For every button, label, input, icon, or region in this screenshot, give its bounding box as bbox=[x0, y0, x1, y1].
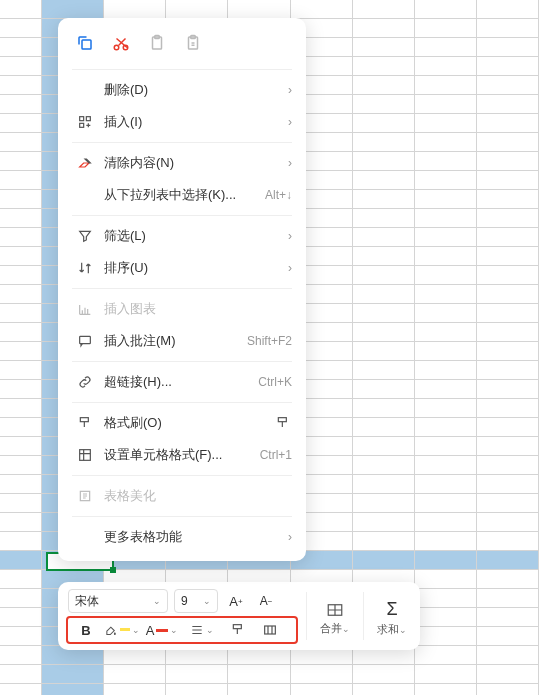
chevron-down-icon: ⌄ bbox=[153, 596, 161, 606]
menu-dropdown-list-label: 从下拉列表中选择(K)... bbox=[104, 186, 255, 204]
cut-icon[interactable] bbox=[112, 34, 130, 55]
font-size-value: 9 bbox=[181, 594, 188, 608]
svg-rect-8 bbox=[86, 117, 90, 121]
filter-icon bbox=[76, 227, 94, 245]
svg-rect-11 bbox=[80, 418, 88, 422]
merge-label: 合并 bbox=[320, 622, 342, 634]
menu-filter[interactable]: 筛选(L)› bbox=[58, 220, 306, 252]
svg-rect-12 bbox=[278, 418, 286, 422]
sigma-icon: Σ bbox=[386, 599, 397, 620]
sort-icon bbox=[76, 259, 94, 277]
chevron-right-icon: › bbox=[288, 156, 292, 170]
paste-icon[interactable] bbox=[148, 34, 166, 55]
chevron-right-icon: › bbox=[288, 229, 292, 243]
chevron-down-icon: ⌄ bbox=[170, 625, 178, 635]
menu-filter-label: 筛选(L) bbox=[104, 227, 272, 245]
menu-hyperlink[interactable]: 超链接(H)... Ctrl+K bbox=[58, 366, 306, 398]
font-color-button[interactable]: A ⌄ bbox=[144, 623, 180, 638]
svg-rect-9 bbox=[80, 123, 84, 127]
toolbar-divider bbox=[306, 592, 307, 640]
format-painter-icon bbox=[76, 414, 94, 432]
font-size-select[interactable]: 9 ⌄ bbox=[174, 589, 218, 613]
menu-delete[interactable]: 删除(D)› bbox=[58, 74, 306, 106]
menu-dropdown-list-key: Alt+↓ bbox=[265, 188, 292, 202]
chevron-right-icon: › bbox=[288, 115, 292, 129]
sum-label: 求和 bbox=[377, 623, 399, 635]
menu-clear-label: 清除内容(N) bbox=[104, 154, 272, 172]
menu-comment-label: 插入批注(M) bbox=[104, 332, 237, 350]
menu-hyperlink-label: 超链接(H)... bbox=[104, 373, 248, 391]
chevron-down-icon: ⌄ bbox=[206, 625, 214, 635]
menu-sort-label: 排序(U) bbox=[104, 259, 272, 277]
copy-icon[interactable] bbox=[76, 34, 94, 55]
bold-button[interactable]: B bbox=[72, 618, 100, 642]
font-select[interactable]: 宋体 ⌄ bbox=[68, 589, 168, 613]
chevron-right-icon: › bbox=[288, 530, 292, 544]
menu-insert[interactable]: 插入(I)› bbox=[58, 106, 306, 138]
menu-format-painter-label: 格式刷(O) bbox=[104, 414, 264, 432]
chevron-right-icon: › bbox=[288, 261, 292, 275]
menu-format-painter[interactable]: 格式刷(O) bbox=[58, 407, 306, 439]
menu-table-beautify: 表格美化 bbox=[58, 480, 306, 512]
format-painter-button[interactable] bbox=[224, 618, 252, 642]
menu-comment-key: Shift+F2 bbox=[247, 334, 292, 348]
menu-table-beautify-label: 表格美化 bbox=[104, 487, 292, 505]
menu-more-table-label: 更多表格功能 bbox=[104, 528, 272, 546]
context-menu: 删除(D)› 插入(I)› 清除内容(N)› 从下拉列表中选择(K)... Al… bbox=[58, 18, 306, 561]
menu-delete-label: 删除(D) bbox=[104, 81, 272, 99]
format-painter-pin-icon[interactable] bbox=[274, 414, 292, 432]
decrease-font-button[interactable]: A− bbox=[254, 589, 278, 613]
svg-rect-10 bbox=[80, 336, 91, 343]
insert-icon bbox=[76, 113, 94, 131]
menu-format-cells-label: 设置单元格格式(F)... bbox=[104, 446, 250, 464]
svg-rect-15 bbox=[233, 625, 241, 629]
menu-comment[interactable]: 插入批注(M) Shift+F2 bbox=[58, 325, 306, 357]
chevron-right-icon: › bbox=[288, 83, 292, 97]
menu-insert-label: 插入(I) bbox=[104, 113, 272, 131]
auto-adjust-button[interactable] bbox=[256, 618, 284, 642]
svg-rect-7 bbox=[80, 117, 84, 121]
menu-dropdown-list[interactable]: 从下拉列表中选择(K)... Alt+↓ bbox=[58, 179, 306, 211]
menu-insert-chart-label: 插入图表 bbox=[104, 300, 292, 318]
format-cells-icon bbox=[76, 446, 94, 464]
fill-handle[interactable] bbox=[110, 567, 116, 573]
svg-rect-0 bbox=[82, 40, 91, 49]
merge-button[interactable]: 合并⌄ bbox=[315, 588, 355, 644]
svg-rect-16 bbox=[265, 626, 276, 634]
svg-point-1 bbox=[114, 45, 119, 50]
sparkle-icon bbox=[76, 487, 94, 505]
mini-toolbar: 宋体 ⌄ 9 ⌄ A+ A− B ⌄ A ⌄ ⌄ bbox=[58, 582, 420, 650]
menu-hyperlink-key: Ctrl+K bbox=[258, 375, 292, 389]
sum-button[interactable]: Σ 求和⌄ bbox=[372, 588, 412, 644]
chevron-down-icon: ⌄ bbox=[132, 625, 140, 635]
menu-clear[interactable]: 清除内容(N)› bbox=[58, 147, 306, 179]
eraser-icon bbox=[76, 154, 94, 172]
svg-rect-13 bbox=[80, 450, 91, 461]
menu-format-cells[interactable]: 设置单元格格式(F)... Ctrl+1 bbox=[58, 439, 306, 471]
link-icon bbox=[76, 373, 94, 391]
menu-sort[interactable]: 排序(U)› bbox=[58, 252, 306, 284]
chevron-down-icon: ⌄ bbox=[203, 596, 211, 606]
menu-more-table[interactable]: 更多表格功能› bbox=[58, 521, 306, 553]
fill-color-button[interactable]: ⌄ bbox=[104, 622, 140, 638]
menu-format-cells-key: Ctrl+1 bbox=[260, 448, 292, 462]
comment-icon bbox=[76, 332, 94, 350]
increase-font-button[interactable]: A+ bbox=[224, 589, 248, 613]
toolbar-divider bbox=[363, 592, 364, 640]
menu-insert-chart: 插入图表 bbox=[58, 293, 306, 325]
paste-special-icon[interactable] bbox=[184, 34, 202, 55]
font-select-value: 宋体 bbox=[75, 593, 99, 610]
highlighted-format-group: B ⌄ A ⌄ ⌄ bbox=[66, 616, 298, 644]
alignment-button[interactable]: ⌄ bbox=[184, 623, 220, 637]
chart-icon bbox=[76, 300, 94, 318]
